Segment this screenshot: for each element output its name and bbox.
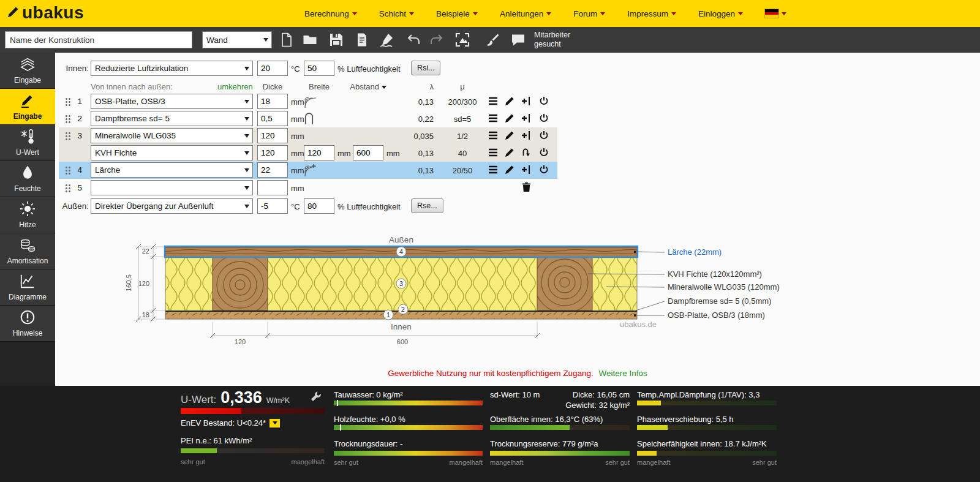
stud-thickness-input[interactable] [257, 145, 288, 160]
layer-toggle-power-icon[interactable] [538, 113, 549, 124]
insert-layer-icon[interactable] [521, 113, 532, 124]
sidebar-item-hinweise[interactable]: Hinweise [0, 306, 55, 342]
drag-handle[interactable] [65, 132, 71, 141]
layer-edit-pencil-icon[interactable] [504, 148, 515, 159]
thickness-input[interactable] [257, 128, 288, 143]
rsi-button[interactable]: Rsi... [411, 61, 440, 75]
drag-handle[interactable] [65, 115, 71, 124]
sidebar-item-diagramme[interactable]: Diagramme [0, 269, 55, 306]
reverse-order-link[interactable]: umkehren [217, 82, 253, 91]
undo-icon[interactable] [405, 32, 421, 48]
layer-toggle-power-icon[interactable] [538, 165, 549, 176]
material-select[interactable]: Dampfbremse sd= 5 [91, 111, 253, 126]
insert-layer-icon[interactable] [521, 165, 532, 176]
nav-forum[interactable]: Forum [573, 9, 605, 18]
layer-edit-pencil-icon[interactable] [504, 165, 515, 176]
pdf-export-icon[interactable] [354, 32, 370, 48]
layer-toggle-power-icon[interactable] [538, 130, 549, 141]
material-select[interactable] [91, 180, 253, 195]
trash-icon[interactable] [521, 182, 532, 193]
legend-mineralwolle[interactable]: Mineralwolle WLG035 (120mm) [668, 282, 780, 292]
wood-material-icon[interactable] [304, 163, 318, 178]
nav-language[interactable] [765, 9, 786, 18]
inside-humidity-input[interactable] [304, 61, 334, 76]
drag-handle[interactable] [65, 97, 71, 107]
wood-material-icon[interactable] [304, 94, 318, 109]
layer-menu-icon[interactable] [488, 130, 499, 141]
inside-temp-input[interactable] [257, 61, 288, 76]
layer-toggle-power-icon[interactable] [538, 148, 549, 159]
open-folder-icon[interactable] [302, 32, 318, 48]
nav-impressum[interactable]: Impressum [627, 9, 676, 18]
membrane-material-icon[interactable] [304, 111, 318, 126]
insert-layer-icon[interactable] [521, 130, 532, 141]
layer-edit-pencil-icon[interactable] [504, 113, 515, 124]
construction-name-input[interactable] [5, 31, 192, 48]
sidebar-item-feuchte[interactable]: Feuchte [0, 161, 55, 197]
tav-bar [637, 401, 777, 405]
sidebar-item-u-wert[interactable]: U-Wert [0, 125, 55, 161]
legend-osb[interactable]: OSB-Platte, OSB/3 (18mm) [668, 311, 765, 320]
outside-humidity-input[interactable] [304, 198, 334, 214]
signature-icon[interactable] [379, 32, 394, 48]
weitere-infos-link[interactable]: Weitere Infos [598, 369, 647, 378]
paintbrush-icon[interactable] [484, 32, 500, 48]
wood-stud-2[interactable] [534, 252, 595, 313]
layer-menu-icon[interactable] [488, 96, 499, 107]
nav-anleitungen[interactable]: Anleitungen [500, 9, 551, 18]
sidebar-item-eingabe[interactable]: Eingabe [0, 89, 55, 125]
layer-menu-icon[interactable] [488, 148, 499, 159]
nav-berechnung[interactable]: Berechnung [304, 9, 357, 18]
thickness-input[interactable] [257, 94, 288, 109]
wood-stud-1[interactable] [209, 254, 271, 315]
sidebar-item-eingabe-3d[interactable]: Eingabe [0, 53, 55, 89]
tauwasser-value: Tauwasser: 0 kg/m² [334, 390, 403, 399]
nav-schicht[interactable]: Schicht [379, 9, 414, 18]
legend-laerche[interactable]: Lärche (22mm) [668, 247, 722, 257]
insert-layer-icon[interactable] [521, 96, 532, 107]
sidebar-item-amortisation[interactable]: Amortisation [0, 233, 55, 269]
top-header: ubakus Berechnung Schicht Beispiele Anle… [0, 0, 980, 27]
stud-material-select[interactable]: KVH Fichte [91, 145, 253, 160]
sidebar-item-hitze[interactable]: Hitze [0, 197, 55, 233]
layer-edit-pencil-icon[interactable] [504, 130, 515, 141]
logo[interactable]: ubakus [6, 3, 84, 23]
construction-type-select[interactable]: Wand [202, 31, 272, 48]
layer-menu-icon[interactable] [488, 113, 499, 124]
new-file-icon[interactable] [279, 32, 295, 48]
hiring-link[interactable]: Mitarbeiter gesucht [534, 31, 570, 49]
thickness-input[interactable] [257, 180, 288, 195]
layer-toggle-power-icon[interactable] [538, 96, 549, 107]
material-select[interactable]: OSB-Platte, OSB/3 [91, 94, 253, 109]
celsius-label: °C [291, 202, 300, 211]
thickness-input[interactable] [257, 162, 288, 178]
rse-button[interactable]: Rse... [411, 198, 443, 213]
redo-icon[interactable] [429, 32, 445, 48]
enev-dropdown-button[interactable] [270, 419, 280, 427]
drag-handle[interactable] [65, 166, 71, 175]
swap-stud-icon[interactable] [521, 148, 532, 159]
layer-menu-icon[interactable] [488, 165, 499, 176]
quality-scale-col4: mangelhaftsehr gut [637, 459, 777, 466]
stud-spacing-input[interactable] [353, 145, 383, 160]
outside-surface-select[interactable]: Direkter Übergang zur Außenluft [91, 198, 253, 214]
stud-width-input[interactable] [304, 145, 334, 160]
feedback-chat-icon[interactable] [510, 32, 526, 48]
drag-handle[interactable] [65, 184, 71, 193]
outside-temp-input[interactable] [257, 198, 288, 214]
inside-surface-select[interactable]: Reduzierte Luftzirkulation [91, 61, 253, 76]
legend-dampfbremse[interactable]: Dampfbremse sd= 5 (0,5mm) [668, 296, 771, 306]
abstand-column-header[interactable]: Abstand [347, 82, 390, 91]
chevron-down-icon [352, 12, 357, 15]
construction-diagram[interactable]: 4 3 2 1 22 120 18 [123, 236, 790, 352]
material-select[interactable]: Lärche [91, 162, 253, 178]
wrench-icon[interactable] [310, 391, 322, 404]
nav-einloggen[interactable]: Einloggen [698, 9, 743, 18]
layer-edit-pencil-icon[interactable] [504, 96, 515, 107]
thickness-input[interactable] [257, 111, 288, 126]
material-select[interactable]: Mineralwolle WLG035 [91, 128, 253, 143]
nav-beispiele[interactable]: Beispiele [436, 9, 478, 18]
legend-kvh[interactable]: KVH Fichte (120x120mm²) [668, 269, 762, 279]
screenshot-icon[interactable] [454, 32, 470, 48]
save-icon[interactable] [328, 32, 344, 48]
